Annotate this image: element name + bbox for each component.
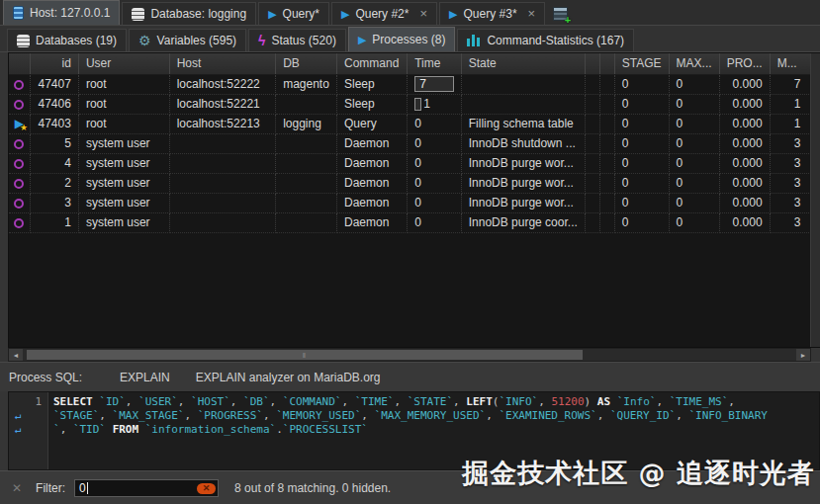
- main-tab-bar: Host: 127.0.0.1Database: logging▶Query*▶…: [0, 0, 820, 26]
- cell-spacer1: [585, 212, 599, 232]
- sql-token: ,: [597, 409, 610, 422]
- process-row[interactable]: 2system userDaemon0InnoDB purge wor...00…: [9, 173, 819, 193]
- main-tab-database-logging[interactable]: Database: logging: [122, 2, 256, 25]
- col-header-icon[interactable]: [9, 53, 30, 74]
- sql-token: `EXAMINED_ROWS`: [499, 409, 596, 422]
- cell-max: 0: [669, 173, 719, 193]
- col-header-time[interactable]: Time: [408, 53, 462, 74]
- close-icon[interactable]: ×: [528, 9, 536, 19]
- cell-user: system user: [78, 193, 169, 212]
- col-header-stage[interactable]: STAGE: [614, 53, 669, 74]
- sleep-process-icon: [14, 159, 24, 169]
- cell-pro: 0.000: [719, 173, 770, 193]
- cell-user: root: [78, 114, 169, 133]
- cell-host: [169, 193, 276, 212]
- sql-token: AS: [597, 395, 617, 408]
- database-icon: [132, 8, 144, 21]
- cell-spacer1: [585, 74, 599, 94]
- cell-icon: [9, 133, 30, 153]
- close-icon[interactable]: ×: [419, 9, 427, 19]
- col-header-user[interactable]: User: [78, 53, 169, 74]
- cell-spacer2: [599, 133, 614, 153]
- sub-tab-status-520[interactable]: ϟStatus (520): [248, 29, 346, 51]
- filter-input[interactable]: 0 ✕: [74, 479, 219, 497]
- cell-time: 7: [408, 74, 462, 94]
- scroll-left-button[interactable]: ◄: [9, 349, 23, 361]
- sleep-process-icon: [14, 199, 24, 209]
- sql-token: ,: [394, 395, 407, 408]
- tab-label: Host: 127.0.0.1: [30, 6, 110, 20]
- time-cell-editor[interactable]: 7: [414, 76, 454, 92]
- cell-icon: [9, 173, 30, 193]
- cell-spacer1: [585, 153, 599, 173]
- col-header-spacer1[interactable]: [585, 53, 599, 74]
- cell-spacer2: [599, 193, 614, 212]
- col-header-state[interactable]: State: [461, 53, 585, 74]
- sql-token: `Info`: [617, 395, 657, 408]
- sub-tab-command-statistics-167[interactable]: Command-Statistics (167): [457, 29, 634, 51]
- process-row[interactable]: ▶★47403rootlocalhost:52213loggingQuery0F…: [9, 114, 819, 133]
- cell-command: Daemon: [337, 173, 408, 193]
- sql-token: `PROCESSLIST`: [283, 423, 368, 436]
- sub-tab-databases-19[interactable]: Databases (19): [7, 29, 127, 51]
- process-row[interactable]: 47407rootlocalhost:52222magentoSleep7000…: [9, 74, 819, 94]
- scroll-track[interactable]: ‖: [23, 349, 796, 361]
- col-header-command[interactable]: Command: [337, 53, 408, 74]
- tab-label: Variables (595): [157, 34, 236, 47]
- sql-token: ,: [60, 423, 73, 436]
- cell-max: 0: [669, 153, 719, 173]
- tab-label: Command-Statistics (167): [487, 34, 624, 47]
- cell-spacer2: [599, 212, 614, 232]
- col-header-max[interactable]: MAX...: [669, 53, 719, 74]
- sub-tab-processes-8[interactable]: ▶Processes (8): [348, 27, 456, 51]
- filter-clear-button[interactable]: ✕: [197, 483, 216, 494]
- horizontal-scrollbar[interactable]: ◄ ‖ ►: [8, 348, 811, 362]
- sql-token: ,: [270, 395, 283, 408]
- main-tab-query-3[interactable]: ▶Query #3*×: [439, 2, 545, 25]
- sub-tab-bar: Databases (19)⚙Variables (595)ϟStatus (5…: [0, 26, 820, 52]
- process-row[interactable]: 47406rootlocalhost:52221Sleep1000.0001: [9, 94, 819, 114]
- add-query-tab-icon[interactable]: [553, 7, 568, 21]
- col-header-id[interactable]: id: [30, 53, 78, 74]
- wrap-line-icon: ↵: [15, 409, 22, 423]
- col-header-pro[interactable]: PRO...: [719, 53, 770, 74]
- cell-max: 0: [669, 74, 719, 94]
- cell-state: InnoDB purge wor...: [461, 173, 585, 193]
- sql-line-3: `, `TID` FROM `information_schema`.`PROC…: [53, 423, 819, 437]
- tab-label: Query #2*: [355, 7, 409, 21]
- sql-token: `: [53, 423, 60, 436]
- explain-link[interactable]: EXPLAIN: [120, 371, 170, 384]
- cell-host: [169, 212, 276, 232]
- process-row[interactable]: 3system userDaemon0InnoDB purge wor...00…: [9, 193, 819, 212]
- cell-max: 0: [669, 114, 719, 133]
- clear-filter-icon[interactable]: ✕: [12, 481, 22, 495]
- sql-token: ,: [486, 409, 499, 422]
- scroll-thumb[interactable]: ‖: [27, 350, 583, 360]
- scroll-right-button[interactable]: ►: [796, 349, 810, 361]
- process-row[interactable]: 4system userDaemon0InnoDB purge wor...00…: [9, 153, 819, 173]
- sql-token: `MAX_STAGE`: [113, 409, 185, 422]
- cell-id: 5: [30, 133, 78, 153]
- explain-analyzer-link[interactable]: EXPLAIN analyzer on MariaDB.org: [196, 371, 381, 384]
- cell-command: Daemon: [337, 193, 408, 212]
- sql-token: `TIME`: [355, 395, 395, 408]
- col-header-db[interactable]: DB: [276, 53, 337, 74]
- main-tab-query[interactable]: ▶Query*: [258, 2, 329, 25]
- main-tab-query-2[interactable]: ▶Query #2*×: [331, 2, 437, 25]
- sql-token: `INFO`: [499, 395, 538, 408]
- vertical-scrollbar[interactable]: [810, 53, 820, 347]
- cell-time: 0: [408, 173, 462, 193]
- sql-token: ,: [184, 409, 197, 422]
- sql-token: `QUERY_ID`: [610, 409, 676, 422]
- process-row[interactable]: 5system userDaemon0InnoDB shutdown ...00…: [9, 133, 819, 153]
- lightning-icon: ϟ: [258, 33, 265, 48]
- col-header-spacer2[interactable]: [599, 53, 614, 74]
- cell-state: InnoDB purge wor...: [461, 193, 585, 212]
- col-header-host[interactable]: Host: [169, 53, 276, 74]
- cell-db: [276, 193, 337, 212]
- sub-tab-variables-595[interactable]: ⚙Variables (595): [129, 29, 246, 51]
- cell-time: 1: [408, 94, 462, 114]
- cell-max: 0: [669, 133, 719, 153]
- main-tab-host-127-0-0-1[interactable]: Host: 127.0.0.1: [3, 0, 120, 25]
- process-row[interactable]: 1system userDaemon0InnoDB purge coor...0…: [9, 212, 819, 232]
